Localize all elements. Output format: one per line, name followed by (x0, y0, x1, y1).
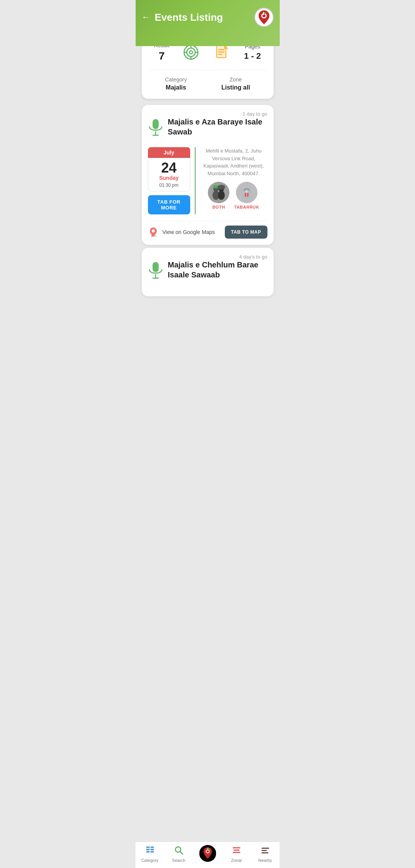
mic-icon-2 (148, 261, 163, 284)
event-title-1: Majalis e Aza Baraye Isale Sawab (168, 117, 267, 137)
event-card-2: 4 day's to go Majalis e Chehlum Barae Is… (142, 248, 274, 296)
svg-point-25 (218, 191, 225, 200)
tab-more-button[interactable]: TAB FOR MORE (148, 195, 190, 214)
both-badge: BOTH (208, 182, 229, 209)
mic-icon-1 (148, 118, 163, 141)
maps-text: View on Google Maps (163, 229, 215, 235)
svg-rect-33 (151, 236, 153, 237)
maps-pin-icon (148, 227, 159, 237)
svg-rect-16 (218, 54, 222, 55)
header: ← Events Listing (136, 0, 280, 46)
app-logo (254, 8, 274, 27)
svg-rect-15 (218, 51, 224, 53)
svg-point-6 (187, 48, 195, 56)
tabarruk-badge: TABARRUK (234, 182, 259, 209)
event-address-1: Mehfil e Mustafa, 2, Juhu Versova Link R… (200, 147, 267, 177)
category-stat: Category Majalis (165, 76, 187, 91)
svg-point-32 (152, 229, 155, 232)
days-to-go-2: 4 day's to go (239, 254, 267, 260)
zone-stat: Zone Listing all (221, 76, 250, 91)
page-title: Events Listing (155, 12, 254, 23)
back-button[interactable]: ← (142, 12, 150, 22)
svg-rect-17 (153, 119, 159, 129)
maps-row: View on Google Maps TAB TO MAP (148, 221, 267, 239)
svg-point-31 (246, 191, 247, 193)
svg-point-7 (189, 51, 193, 54)
svg-rect-3 (263, 12, 264, 15)
svg-rect-14 (218, 49, 224, 50)
both-icon (208, 182, 229, 203)
svg-point-26 (217, 185, 225, 189)
event-card-1: 1 day to go Majalis e Aza Baraye Isale S… (142, 105, 274, 245)
event-title-2: Majalis e Chehlum Barae Isaale Sawaab (168, 260, 267, 280)
svg-rect-34 (154, 236, 156, 237)
tabarruk-icon (236, 182, 257, 203)
days-to-go-1: 1 day to go (242, 111, 267, 117)
divider (195, 147, 196, 214)
calendar-1: July 24 Sunday 01:30 pm (148, 147, 190, 191)
svg-rect-35 (153, 262, 159, 272)
tab-to-map-button[interactable]: TAB TO MAP (225, 226, 267, 239)
